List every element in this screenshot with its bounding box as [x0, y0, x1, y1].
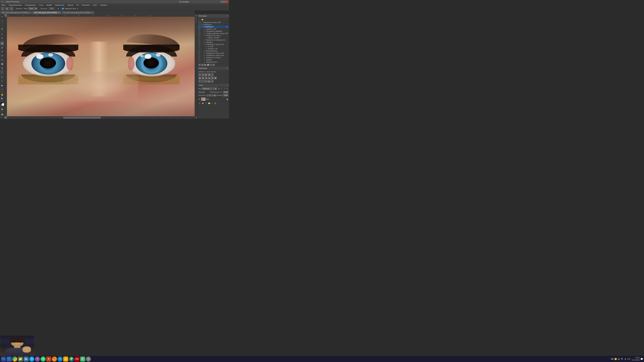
fill-input[interactable]: 100%: [223, 94, 228, 96]
crop-tool[interactable]: ⌗: [0, 32, 4, 36]
ops-item-11[interactable]: ▷ В: слой: [198, 45, 229, 48]
corr-panel-expand[interactable]: ≡: [227, 67, 228, 69]
layer-delete-btn[interactable]: 🗑: [214, 102, 217, 104]
corr-curves-btn[interactable]: ▣: [208, 73, 210, 76]
layer-mask-btn[interactable]: ◼: [202, 102, 204, 104]
layer-vis-icon[interactable]: 👁: [198, 98, 200, 100]
ops-item-8[interactable]: ✓ ▷ Размытие по поверхности: [198, 39, 229, 41]
gradient-tool[interactable]: ▣: [0, 62, 4, 66]
protect-checkbox[interactable]: [62, 8, 64, 9]
lock-position-btn[interactable]: +: [211, 94, 213, 96]
menu-select[interactable]: Выделение: [54, 4, 65, 6]
ops-item-4[interactable]: ✓ ▷ Объединить видимые: [198, 30, 229, 32]
ops-item-5[interactable]: ✓ ▷ Создать дубликат текущ слой: [198, 32, 229, 34]
ops-panel-header[interactable]: Операции ≡: [198, 14, 229, 17]
layers-panel-header[interactable]: Слои ≡: [198, 83, 229, 87]
layer-group-btn[interactable]: 📁: [208, 102, 210, 104]
corr-brightness-btn[interactable]: ☀: [198, 73, 201, 76]
text-tool[interactable]: T: [0, 79, 4, 83]
ops-item-18[interactable]: ▷ Выделить кисть: [198, 61, 229, 63]
layer-item-fond[interactable]: 👁 Фон 🔒: [198, 97, 229, 101]
tool-options-btn1[interactable]: ○: [1, 7, 4, 10]
clone-stamp-tool[interactable]: ✦: [0, 50, 4, 53]
corr-posterize-btn[interactable]: ▪: [198, 80, 201, 83]
history-brush-tool[interactable]: ↺: [0, 54, 4, 57]
layers-icon-btn1[interactable]: ◑: [218, 88, 220, 90]
lock-transparent-btn[interactable]: ⬚: [207, 94, 209, 96]
layers-panel-expand[interactable]: ≡: [227, 84, 228, 86]
corr-sel-color-btn[interactable]: ▬: [208, 80, 210, 83]
menu-3d[interactable]: 3D: [76, 4, 79, 6]
menu-view[interactable]: Просмотр: [81, 4, 90, 6]
ops-item-3[interactable]: ✓ ▷ Сделать слой: [198, 28, 229, 30]
ops-item-0[interactable]: ✓ ▷ Определить текущ слой: [198, 21, 229, 23]
h-scrollbar[interactable]: [7, 116, 195, 119]
corr-invert-btn[interactable]: ▭: [211, 80, 214, 83]
select-tool[interactable]: ⬚: [0, 19, 4, 23]
ops-ff-btn[interactable]: ▶▶: [204, 64, 206, 66]
foreground-color[interactable]: [0, 102, 4, 106]
tab-0[interactable]: IMG_2224 копия.jpg @ 15% (RGB/8) ✕: [0, 11, 32, 14]
ops-delete-btn[interactable]: 🗑: [212, 64, 215, 66]
lock-all-btn[interactable]: 🔒: [214, 94, 216, 96]
layer-adj-btn[interactable]: □: [204, 102, 208, 104]
ops-item-7[interactable]: ▷ Радиус: 30 пикс.: [198, 37, 229, 39]
shape-tool[interactable]: □: [0, 87, 4, 91]
rail-icon-4[interactable]: ≡: [196, 21, 197, 23]
ops-item-2[interactable]: ✓ ▽ FastRetouch #10: [198, 26, 229, 28]
ops-item-17[interactable]: ▷ Сделать: [198, 59, 229, 61]
ops-folder-btn[interactable]: 📁: [207, 64, 209, 66]
screen-mode-tool[interactable]: ▣: [0, 112, 4, 116]
ops-item-16[interactable]: ✓ ▷ Размытие по Гауссу: [198, 56, 229, 59]
path-select-tool[interactable]: ▶: [0, 83, 4, 87]
hand-tool[interactable]: ✋: [0, 93, 4, 96]
zoom-tool[interactable]: 🔍: [0, 97, 4, 100]
corr-contrast-btn[interactable]: ◑: [202, 73, 204, 76]
ops-item-1[interactable]: ✓ ▷ FastRetouch: [198, 23, 229, 26]
layers-mode-select[interactable]: Обычное: [202, 87, 217, 90]
corr-gradient-map-btn[interactable]: ◻: [204, 80, 208, 83]
quick-mask-tool[interactable]: ◉: [0, 107, 4, 111]
tab-1[interactable]: IMG_4822.jpg @ 100% (RGB/8) ✕: [32, 11, 61, 14]
ops-panel-expand[interactable]: ≡: [227, 15, 228, 17]
rail-icon-3[interactable]: ◁: [196, 19, 197, 20]
tab-1-close[interactable]: ✕: [58, 12, 59, 13]
lock-image-btn[interactable]: 🖌: [209, 94, 211, 96]
menu-edit[interactable]: Редактирование: [8, 4, 22, 6]
tab-2[interactable]: YLA_5919 копия.jpg @ 48.4% (RGB/8) ✕: [61, 11, 94, 14]
lasso-tool[interactable]: ⌒: [0, 23, 4, 27]
dodge-tool[interactable]: ☾: [0, 70, 4, 74]
maximize-button[interactable]: □: [223, 1, 225, 3]
ops-item-15[interactable]: ✓ ▷ Определить текущ слой: [198, 54, 229, 56]
eraser-tool[interactable]: ◻: [0, 58, 4, 62]
corr-photo-btn[interactable]: ▨: [211, 76, 214, 79]
menu-image[interactable]: Изображение: [24, 4, 36, 6]
layers-icon-btn4[interactable]: ⊕: [226, 88, 228, 90]
ops-btn-folder[interactable]: 📁: [201, 18, 204, 21]
corr-levels-btn[interactable]: ◧: [204, 73, 208, 76]
photo-canvas[interactable]: [7, 17, 195, 116]
layers-icon-btn2[interactable]: T: [220, 88, 223, 90]
layers-icon-btn3[interactable]: ✦: [223, 88, 226, 90]
pen-tool[interactable]: ✒: [0, 75, 4, 79]
corr-panel-header[interactable]: Коррекция ≡: [198, 66, 229, 70]
magic-wand-tool[interactable]: ✲: [0, 27, 4, 31]
corr-hue-btn[interactable]: ▧: [202, 76, 204, 79]
menu-font[interactable]: Шрифт: [46, 4, 53, 6]
corr-vibrance-btn[interactable]: ▦: [198, 76, 201, 79]
blur-tool[interactable]: ◎: [0, 66, 4, 70]
tab-2-close[interactable]: ✕: [91, 12, 92, 13]
shadow-select[interactable]: Тени: [28, 7, 38, 10]
layer-new-btn[interactable]: +: [211, 102, 214, 104]
corr-exposure-btn[interactable]: △: [211, 73, 214, 76]
corr-threshold-btn[interactable]: ▫: [202, 80, 204, 83]
ops-item-14[interactable]: ✓ ▷ Определить текущ слой: [198, 52, 229, 54]
rail-icon-1[interactable]: A: [195, 15, 197, 16]
h-scroll-thumb[interactable]: [63, 117, 101, 119]
ops-item-6[interactable]: ✓ ▽ Размытие по Гауссу: [198, 34, 229, 37]
corr-ch-mix-btn[interactable]: ▩: [214, 76, 217, 79]
airbrush-icon[interactable]: ✦: [58, 7, 59, 10]
ops-btn-new[interactable]: +: [204, 18, 206, 21]
tool-options-btn2[interactable]: ◐: [5, 7, 9, 10]
rail-icon-2[interactable]: ▷: [196, 16, 197, 18]
